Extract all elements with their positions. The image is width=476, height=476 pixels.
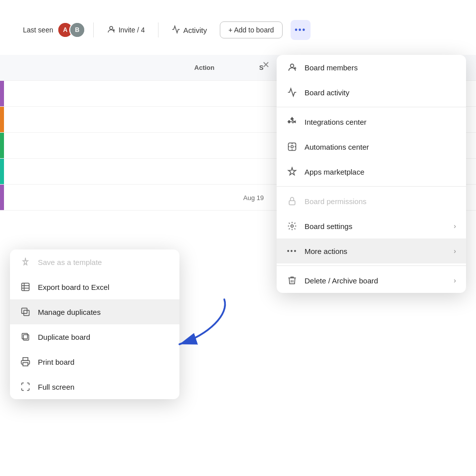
add-to-board-button[interactable]: + Add to board bbox=[220, 21, 282, 38]
svg-rect-25 bbox=[22, 308, 27, 314]
manage-duplicates-label: Manage duplicates bbox=[38, 308, 169, 316]
svg-rect-27 bbox=[22, 333, 27, 339]
print-icon bbox=[20, 356, 31, 367]
activity-icon bbox=[171, 25, 180, 35]
svg-rect-29 bbox=[23, 358, 28, 361]
fullscreen-label: Full screen bbox=[38, 383, 169, 391]
left-submenu: Save as a template Export board to Excel… bbox=[10, 249, 179, 399]
trash-icon bbox=[287, 275, 298, 286]
activity-line-icon bbox=[287, 87, 298, 98]
apps-label: Apps marketplace bbox=[305, 168, 456, 176]
print-board-label: Print board bbox=[38, 358, 169, 366]
board-members-label: Board members bbox=[305, 63, 456, 72]
row-indicator-5 bbox=[0, 185, 4, 210]
settings-label: Board settings bbox=[305, 222, 447, 231]
more-actions-label: More actions bbox=[305, 247, 447, 255]
lock-icon bbox=[287, 196, 298, 207]
fullscreen-icon bbox=[20, 381, 31, 392]
menu-item-more-actions[interactable]: ••• More actions › bbox=[277, 238, 466, 263]
menu-divider-2 bbox=[277, 186, 466, 187]
pin-icon bbox=[20, 256, 31, 267]
menu-item-board-members[interactable]: Board members bbox=[277, 55, 466, 80]
settings-icon bbox=[287, 221, 298, 232]
svg-point-14 bbox=[291, 146, 294, 148]
close-button[interactable]: ✕ bbox=[260, 57, 272, 72]
menu-divider-1 bbox=[277, 107, 466, 107]
svg-text:A: A bbox=[63, 26, 67, 33]
activity-button[interactable]: Activity bbox=[166, 22, 212, 38]
more-options-button[interactable]: ••• bbox=[291, 20, 311, 40]
svg-rect-19 bbox=[289, 201, 295, 205]
delete-archive-label: Delete / Archive board bbox=[305, 276, 447, 285]
export-excel-label: Export board to Excel bbox=[38, 283, 169, 291]
right-dropdown-menu: Board members Board activity Integration… bbox=[277, 55, 466, 293]
menu-item-save-template: Save as a template bbox=[10, 249, 179, 274]
row-indicator-2 bbox=[0, 107, 4, 132]
header-bar: Last seen A B Invite / 4 Activity + Add … bbox=[15, 15, 461, 45]
permissions-label: Board permissions bbox=[305, 197, 456, 206]
menu-item-delete-archive[interactable]: Delete / Archive board › bbox=[277, 268, 466, 293]
activity-label: Activity bbox=[183, 26, 207, 34]
svg-point-20 bbox=[291, 225, 294, 228]
export-icon bbox=[20, 281, 31, 292]
menu-item-export-excel[interactable]: Export board to Excel bbox=[10, 274, 179, 299]
apps-icon bbox=[287, 166, 298, 177]
more-actions-chevron-icon: › bbox=[454, 247, 456, 255]
dots-icon: ••• bbox=[295, 25, 306, 34]
integrations-icon bbox=[287, 116, 298, 127]
menu-item-fullscreen[interactable]: Full screen bbox=[10, 374, 179, 399]
svg-rect-30 bbox=[23, 363, 28, 366]
menu-item-apps[interactable]: Apps marketplace bbox=[277, 159, 466, 184]
avatar-2: B bbox=[69, 22, 85, 38]
row-indicator-1 bbox=[0, 81, 4, 106]
svg-rect-21 bbox=[22, 283, 29, 291]
row-indicator-4 bbox=[0, 159, 4, 184]
duplicate-icon bbox=[20, 331, 31, 342]
menu-item-permissions: Board permissions bbox=[277, 189, 466, 214]
menu-item-duplicate-board[interactable]: Duplicate board bbox=[10, 324, 179, 349]
invite-button[interactable]: Invite / 4 bbox=[102, 22, 150, 38]
integrations-label: Integrations center bbox=[305, 118, 456, 126]
invite-icon bbox=[107, 25, 116, 35]
last-seen-section: Last seen A B bbox=[23, 22, 85, 38]
menu-item-settings[interactable]: Board settings › bbox=[277, 214, 466, 238]
menu-item-print-board[interactable]: Print board bbox=[10, 349, 179, 374]
menu-item-board-activity[interactable]: Board activity bbox=[277, 80, 466, 105]
row-indicator-3 bbox=[0, 133, 4, 158]
board-activity-label: Board activity bbox=[305, 88, 456, 97]
svg-point-7 bbox=[291, 64, 294, 67]
svg-rect-28 bbox=[23, 335, 29, 340]
person-icon bbox=[287, 62, 298, 73]
manage-icon bbox=[20, 306, 31, 317]
invite-label: Invite / 4 bbox=[119, 26, 145, 34]
svg-rect-26 bbox=[24, 310, 29, 316]
save-template-label: Save as a template bbox=[38, 258, 169, 266]
svg-point-4 bbox=[110, 26, 113, 29]
settings-chevron-icon: › bbox=[454, 222, 456, 230]
more-dots-icon: ••• bbox=[287, 245, 298, 256]
add-to-board-label: + Add to board bbox=[228, 26, 274, 34]
date-label: Aug 19 bbox=[243, 194, 264, 202]
header-divider-1 bbox=[93, 22, 94, 37]
duplicate-board-label: Duplicate board bbox=[38, 333, 169, 341]
svg-text:B: B bbox=[75, 26, 79, 33]
last-seen-label: Last seen bbox=[23, 26, 53, 34]
menu-item-manage-duplicates[interactable]: Manage duplicates bbox=[10, 299, 179, 324]
action-column-header: Action bbox=[150, 64, 259, 71]
menu-divider-3 bbox=[277, 265, 466, 266]
avatar-group: A B bbox=[57, 22, 85, 38]
header-divider-2 bbox=[158, 22, 159, 37]
delete-archive-chevron-icon: › bbox=[454, 276, 456, 284]
menu-item-automations[interactable]: Automations center bbox=[277, 134, 466, 159]
menu-item-integrations[interactable]: Integrations center bbox=[277, 109, 466, 134]
automations-icon bbox=[287, 141, 298, 152]
automations-label: Automations center bbox=[305, 143, 456, 151]
